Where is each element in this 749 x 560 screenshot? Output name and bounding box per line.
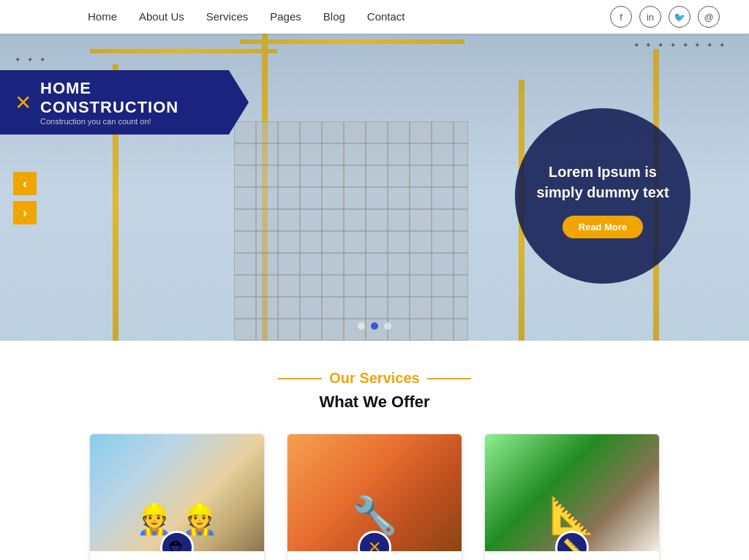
nav-link-home[interactable]: Home	[88, 10, 117, 23]
linkedin-icon[interactable]: in	[639, 6, 661, 28]
nav-item-pages[interactable]: Pages	[270, 10, 301, 23]
facebook-icon[interactable]: f	[610, 6, 632, 28]
carousel-dots	[358, 322, 391, 330]
card-body-3: Lorem Ipsum	[485, 551, 659, 560]
nav-item-home[interactable]: Home	[88, 10, 117, 23]
nav-item-blog[interactable]: Blog	[323, 10, 345, 23]
service-card-3: 📏 Lorem Ipsum	[484, 434, 660, 560]
nav-link-pages[interactable]: Pages	[270, 10, 301, 23]
carousel-dot-2[interactable]	[371, 322, 378, 330]
carousel-next-button[interactable]: ›	[13, 201, 37, 224]
twitter-icon[interactable]: 🐦	[669, 6, 690, 28]
nav-links: Home About Us Services Pages Blog Contac…	[88, 10, 405, 23]
logo-icon: ✕	[15, 91, 31, 115]
building-structure	[234, 121, 468, 341]
logo-title: HOME CONSTRUCTION	[40, 79, 227, 117]
nav-link-services[interactable]: Services	[206, 10, 249, 23]
card-image-3: 📏	[485, 434, 659, 551]
crane-arm-center	[240, 39, 464, 44]
card-image-2: ✕	[287, 434, 462, 551]
building-grid	[234, 121, 468, 341]
nav-link-blog[interactable]: Blog	[323, 10, 345, 23]
logo-subtitle: Construction you can count on!	[40, 117, 227, 126]
nav-item-services[interactable]: Services	[206, 10, 249, 23]
card-image-1: ⛑	[90, 434, 264, 551]
hero-circle-text: Lorem Ipsum is simply dummy text	[530, 162, 676, 203]
nav-link-contact[interactable]: Contact	[367, 10, 405, 23]
nav-item-about[interactable]: About Us	[139, 10, 184, 23]
nav-link-about[interactable]: About Us	[139, 10, 184, 23]
social-icons: f in 🐦 @	[610, 6, 720, 28]
card-body-1: Lorem Ipsum	[90, 551, 264, 560]
carousel-dot-1[interactable]	[358, 322, 365, 330]
carousel-prev-button[interactable]: ‹	[13, 172, 37, 195]
logo-text: HOME CONSTRUCTION Construction you can c…	[40, 79, 227, 126]
card-body-2: Lorem Ipsum	[287, 551, 462, 560]
section-label-text: Our Services	[329, 370, 419, 387]
instagram-icon[interactable]: @	[698, 6, 720, 28]
hero-section: ✦ ✦ ✦ ✦ ✦ ✦ ✦ ✦ ✦ ✦ ✦ ✦ ✦ ✕ HOME CONSTRU…	[0, 34, 749, 341]
read-more-button[interactable]: Read More	[562, 216, 643, 238]
top-navigation: Home About Us Services Pages Blog Contac…	[0, 0, 749, 34]
section-label-line-left	[278, 378, 322, 379]
section-label-line-right	[427, 378, 471, 379]
hero-text-circle: Lorem Ipsum is simply dummy text Read Mo…	[515, 108, 690, 284]
birds-top-right: ✦ ✦ ✦ ✦ ✦ ✦ ✦ ✦	[633, 41, 727, 49]
service-card-1: ⛑ Lorem Ipsum	[89, 434, 265, 560]
services-section: Our Services What We Offer ⛑ Lorem Ipsum…	[0, 341, 749, 560]
logo-banner: ✕ HOME CONSTRUCTION Construction you can…	[0, 70, 249, 135]
service-cards: ⛑ Lorem Ipsum ✕ Lorem Ipsum 📏 Lorem Ips	[44, 434, 705, 560]
section-label: Our Services	[44, 370, 705, 387]
carousel-dot-3[interactable]	[384, 322, 391, 330]
service-card-2: ✕ Lorem Ipsum	[287, 434, 462, 560]
crane-arm-left	[90, 49, 277, 53]
birds-top-left: ✦ ✦ ✦	[15, 56, 48, 64]
section-subtitle: What We Offer	[44, 393, 705, 412]
nav-item-contact[interactable]: Contact	[367, 10, 405, 23]
